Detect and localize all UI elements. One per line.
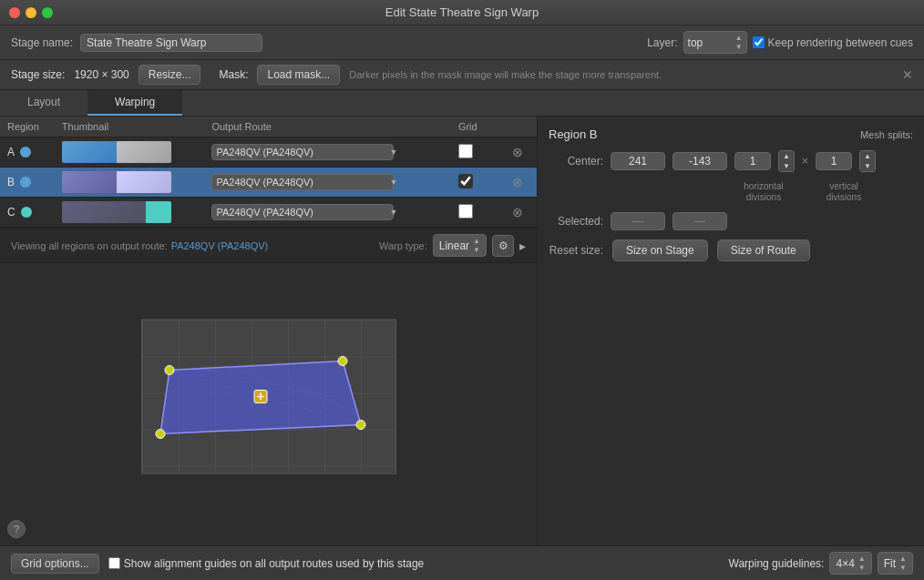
maximize-button[interactable] <box>42 7 53 18</box>
warp-stepper[interactable]: ▲ ▼ <box>473 237 480 254</box>
mask-hint: Darker pixels in the mask image will mak… <box>349 69 893 80</box>
thumb-a-blue <box>62 141 117 163</box>
mesh-h-up[interactable]: ▲ <box>779 151 794 161</box>
fit-select-box[interactable]: Fit ▲ ▼ <box>878 552 913 575</box>
fit-stepper[interactable]: ▲ ▼ <box>899 555 907 572</box>
region-b-label: B <box>7 176 15 188</box>
region-title: Region B <box>549 127 597 141</box>
tab-layout[interactable]: Layout <box>0 90 87 116</box>
guidelines-down-icon[interactable]: ▼ <box>858 564 866 572</box>
fit-up-icon[interactable]: ▲ <box>899 555 907 563</box>
keep-rendering-row: Keep rendering between cues <box>753 36 913 49</box>
division-labels: horizontaldivisions verticaldivisions <box>611 181 913 203</box>
mesh-h-stepper[interactable]: ▲ ▼ <box>778 150 795 172</box>
region-a-grid <box>451 137 505 168</box>
delete-b-icon[interactable]: ⊗ <box>512 175 523 189</box>
region-table: Region Thumbnail Output Route Grid A <box>0 117 537 228</box>
layer-up-icon[interactable]: ▲ <box>735 34 743 42</box>
selected-y-value: — <box>672 212 727 230</box>
mesh-v-down[interactable]: ▼ <box>860 161 875 171</box>
layer-down-icon[interactable]: ▼ <box>735 43 743 51</box>
stage-size-value: 1920 × 300 <box>74 68 128 81</box>
grid-check-b[interactable] <box>458 174 473 188</box>
col-region: Region <box>0 117 55 137</box>
close-button[interactable] <box>9 7 20 18</box>
keep-rendering-checkbox[interactable] <box>753 36 765 48</box>
tab-warping[interactable]: Warping <box>87 90 182 116</box>
layer-section: Layer: top ▲ ▼ Keep rendering between cu… <box>647 31 913 54</box>
center-y-input[interactable] <box>672 152 727 170</box>
window-controls <box>9 7 53 18</box>
center-row: Center: ▲ ▼ × ▲ ▼ <box>549 150 913 172</box>
region-b-cell: B <box>0 168 55 198</box>
fit-down-icon[interactable]: ▼ <box>899 564 907 572</box>
warp-type-value: Linear <box>439 239 469 252</box>
h-div-label: horizontaldivisions <box>727 181 800 203</box>
content-area: Region Thumbnail Output Route Grid A <box>0 117 924 545</box>
mesh-v-up[interactable]: ▲ <box>860 151 875 161</box>
guidelines-select-box[interactable]: 4×4 ▲ ▼ <box>829 552 871 575</box>
mesh-v-input[interactable] <box>816 152 852 170</box>
layer-select-box[interactable]: top ▲ ▼ <box>683 31 747 54</box>
mask-close-icon[interactable]: ✕ <box>902 67 913 82</box>
show-guides-checkbox[interactable] <box>108 557 120 569</box>
mask-label: Mask: <box>219 68 248 81</box>
region-a-route: PA248QV (PA248QV) <box>204 137 450 168</box>
layer-value: top <box>688 36 703 49</box>
delete-a-icon[interactable]: ⊗ <box>512 145 523 159</box>
region-c-route: PA248QV (PA248QV) <box>204 198 450 228</box>
guidelines-up-icon[interactable]: ▲ <box>858 555 866 563</box>
layer-label: Layer: <box>647 36 677 49</box>
warp-shape[interactable] <box>142 321 395 473</box>
warp-type-row: Warp type: Linear ▲ ▼ ⚙ ▸ <box>379 234 526 257</box>
mesh-h-input[interactable] <box>734 152 771 170</box>
warp-expand-icon[interactable]: ▸ <box>519 239 526 253</box>
output-select-a[interactable]: PA248QV (PA248QV) <box>211 144 394 160</box>
region-c-grid <box>451 198 505 228</box>
load-mask-button[interactable]: Load mask... <box>257 65 340 85</box>
output-select-b[interactable]: PA248QV (PA248QV) <box>211 174 394 190</box>
guidelines-value: 4×4 <box>836 557 854 570</box>
warp-down-icon[interactable]: ▼ <box>473 246 480 254</box>
resize-button[interactable]: Resize... <box>139 65 201 85</box>
canvas-area: ? <box>0 262 537 545</box>
warp-settings-icon[interactable]: ⚙ <box>492 235 514 257</box>
grid-options-button[interactable]: Grid options... <box>11 554 99 574</box>
table-row[interactable]: B <box>0 168 537 198</box>
reset-size-label: Reset size: <box>549 244 603 257</box>
mesh-h-down[interactable]: ▼ <box>779 161 794 171</box>
col-grid: Grid <box>451 117 505 137</box>
center-x-input[interactable] <box>611 152 665 170</box>
help-button[interactable]: ? <box>7 520 26 538</box>
region-b-delete: ⊗ <box>505 168 537 198</box>
output-select-c[interactable]: PA248QV (PA248QV) <box>211 204 394 220</box>
warp-up-icon[interactable]: ▲ <box>473 237 480 245</box>
guidelines-stepper[interactable]: ▲ ▼ <box>858 555 866 572</box>
mesh-v-stepper[interactable]: ▲ ▼ <box>859 150 876 172</box>
left-panel: Region Thumbnail Output Route Grid A <box>0 117 538 545</box>
region-b-route: PA248QV (PA248QV) <box>204 168 450 198</box>
stage-size-row: Stage size: 1920 × 300 Resize... Mask: L… <box>0 60 924 90</box>
region-a-delete: ⊗ <box>505 137 537 168</box>
selected-row: Selected: — — <box>549 212 913 230</box>
right-panel: Region B Mesh splits: Center: ▲ ▼ × ▲ ▼ <box>538 117 924 545</box>
size-of-route-button[interactable]: Size of Route <box>717 239 810 261</box>
size-on-stage-button[interactable]: Size on Stage <box>612 239 708 261</box>
region-b-grid <box>451 168 505 198</box>
warp-type-select-box[interactable]: Linear ▲ ▼ <box>433 234 487 257</box>
keep-rendering-label: Keep rendering between cues <box>768 36 913 49</box>
region-c-dot <box>21 207 32 218</box>
show-guides-label: Show alignment guides on all output rout… <box>124 557 425 570</box>
table-row[interactable]: C <box>0 198 537 228</box>
grid-check-c[interactable] <box>458 204 473 219</box>
guidelines-row: Warping guidelines: 4×4 ▲ ▼ Fit ▲ ▼ <box>729 552 914 575</box>
svg-point-8 <box>338 357 347 366</box>
region-c-delete: ⊗ <box>505 198 537 228</box>
minimize-button[interactable] <box>26 7 36 18</box>
delete-c-icon[interactable]: ⊗ <box>512 205 523 219</box>
grid-check-a[interactable] <box>458 144 473 158</box>
tabs-row: Layout Warping <box>0 90 924 117</box>
thumb-c-right <box>146 201 171 223</box>
table-row[interactable]: A <box>0 137 537 168</box>
stage-name-input[interactable] <box>80 34 262 52</box>
